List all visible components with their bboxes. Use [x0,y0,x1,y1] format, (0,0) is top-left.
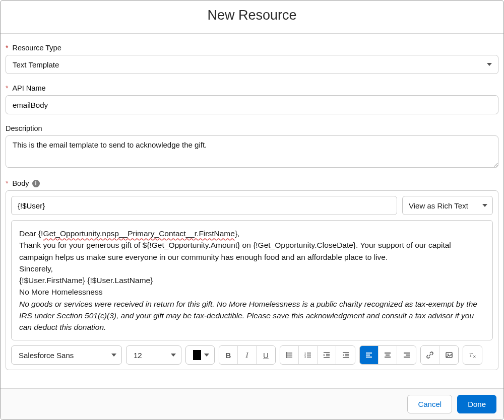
required-indicator: * [6,179,8,187]
align-group [359,345,416,365]
body-label-row: * Body i [6,179,498,187]
svg-point-0 [286,353,288,354]
italic-button[interactable]: I [238,346,257,364]
body-disclaimer: No goods or services were received in re… [19,298,485,333]
bullet-list-button[interactable] [280,346,299,364]
text-style-group: B I U [219,345,276,365]
body-text: Thank you for your generous gift of ${!G… [19,239,485,263]
resource-type-group: * Resource Type Text Template [6,44,498,74]
font-family-value: Salesforce Sans [19,351,74,360]
api-name-group: * API Name [6,84,498,114]
body-label: Body [12,179,29,187]
rich-text-editor[interactable]: Dear {!Get_Opportunity.npsp__Primary_Con… [11,220,493,340]
clear-formatting-button[interactable]: T✕ [463,346,482,364]
api-name-label: API Name [12,84,45,92]
clear-group: T✕ [463,345,482,365]
svg-point-32 [447,354,448,355]
outdent-button[interactable] [336,346,355,364]
description-textarea[interactable]: This is the email template to send to ac… [6,135,498,168]
new-resource-modal: New Resource * Resource Type Text Templa… [0,0,504,420]
required-indicator: * [6,44,8,52]
svg-text:3: 3 [304,356,306,359]
cancel-button[interactable]: Cancel [407,395,452,413]
body-text: {!$User.FirstName} {!$User.LastName} [19,274,485,286]
description-label: Description [6,124,42,132]
api-name-input[interactable] [6,95,498,114]
bold-button[interactable]: B [219,346,238,364]
numbered-list-button[interactable]: 123 [299,346,318,364]
svg-text:T: T [469,352,473,358]
svg-point-4 [286,357,288,358]
body-text: }, [235,229,239,238]
body-controls-row: View as Rich Text [11,196,493,215]
chevron-down-icon [487,63,492,66]
info-icon[interactable]: i [32,180,40,187]
svg-marker-21 [343,354,344,356]
editor-toolbar: Salesforce Sans 12 B I U [11,345,493,365]
chevron-down-icon [171,354,176,357]
required-indicator: * [6,84,8,92]
body-group: * Body i View as Rich Text Dear {!Get_Op… [6,179,498,370]
description-group: Description This is the email template t… [6,124,498,169]
description-label-row: Description [6,124,498,132]
body-text: Dear {! [19,229,43,238]
chevron-down-icon [482,204,487,207]
svg-point-2 [286,355,288,356]
resource-type-value: Text Template [13,60,59,69]
link-button[interactable] [421,346,439,364]
align-left-button[interactable] [360,346,379,364]
body-text: Sincerely, [19,263,485,274]
modal-title: New Resource [1,8,503,23]
list-indent-group: 123 [280,345,355,365]
font-family-select[interactable]: Salesforce Sans [11,345,122,365]
chevron-down-icon [111,354,116,357]
align-center-button[interactable] [379,346,397,364]
resource-picker-input[interactable] [11,196,397,215]
font-size-select[interactable]: 12 [126,345,181,365]
resource-type-label-row: * Resource Type [6,44,498,52]
insert-group [420,345,459,365]
body-editor-panel: View as Rich Text Dear {!Get_Opportunity… [6,190,498,370]
svg-text:✕: ✕ [473,355,476,359]
view-as-value: View as Rich Text [409,201,468,210]
body-text: No More Homelessness [19,286,485,298]
font-size-value: 12 [134,351,142,360]
resource-type-select[interactable]: Text Template [6,55,498,74]
image-button[interactable] [439,346,458,364]
view-as-select[interactable]: View as Rich Text [402,196,493,215]
color-swatch-icon [193,350,201,360]
resource-type-label: Resource Type [12,44,61,52]
modal-body: * Resource Type Text Template * API Name… [1,34,503,388]
indent-button[interactable] [318,346,336,364]
api-name-label-row: * API Name [6,84,498,92]
svg-marker-16 [324,354,325,356]
merge-field-span: Get_Opportunity.npsp__Primary_Contact__r… [43,229,235,238]
modal-header: New Resource [1,1,503,34]
modal-footer: Cancel Done [1,388,503,419]
done-button[interactable]: Done [457,395,496,413]
underline-button[interactable]: U [257,346,275,364]
font-color-picker[interactable] [185,345,215,365]
chevron-down-icon [204,354,209,357]
align-right-button[interactable] [397,346,416,364]
